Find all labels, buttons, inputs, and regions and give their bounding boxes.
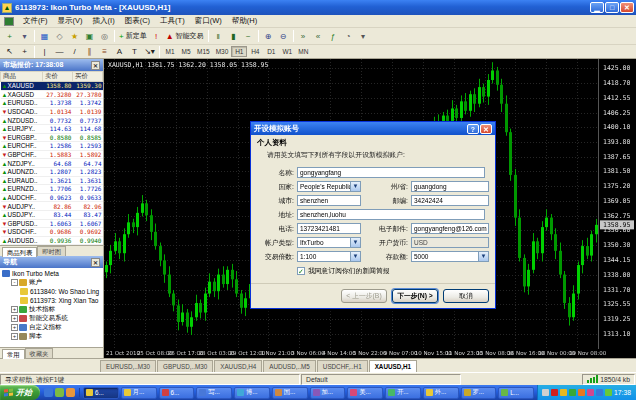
address-field[interactable]: shenzhen,luohu bbox=[297, 209, 485, 220]
arrows-icon[interactable]: ↘▾ bbox=[142, 45, 157, 59]
navigator-close-icon[interactable]: ✕ bbox=[91, 258, 100, 267]
timeframe-h4-button[interactable]: H4 bbox=[247, 46, 263, 57]
ie-icon[interactable] bbox=[44, 388, 53, 397]
status-profile[interactable]: Default bbox=[301, 374, 461, 385]
title-bar[interactable]: ▲ 6113973: Ikon Turbo Meta - [XAUUSD,H1]… bbox=[0, 0, 636, 15]
market-watch-row-AUDUSD[interactable]: ▲AUDUSD..0.99360.9940 bbox=[1, 236, 103, 245]
expand-icon[interactable]: + bbox=[11, 333, 18, 340]
cursor-icon[interactable]: ↖ bbox=[2, 45, 17, 59]
email-field[interactable]: gongyangfeng@126.com bbox=[411, 223, 489, 234]
channel-icon[interactable]: ∥ bbox=[82, 45, 97, 59]
periods-icon[interactable]: ◔ bbox=[341, 29, 356, 43]
volume-icon[interactable] bbox=[542, 389, 549, 396]
market-watch-close-icon[interactable]: ✕ bbox=[91, 61, 100, 70]
new-order-button[interactable]: +新定单 bbox=[117, 29, 149, 43]
menu-显示V[interactable]: 显示(V) bbox=[53, 15, 88, 27]
text-icon[interactable]: A bbox=[112, 45, 127, 59]
tree-item[interactable]: +智能交易系统 bbox=[0, 314, 103, 323]
dialog-close-icon[interactable]: ✕ bbox=[480, 124, 492, 134]
chart-tab-AUDUSDM5[interactable]: AUDUSD,..M5 bbox=[263, 360, 316, 372]
task-button[interactable]: 外... bbox=[423, 387, 459, 399]
media-player-icon[interactable] bbox=[66, 388, 75, 397]
market-watch-row-NZDJPY[interactable]: ▲NZDJPY..64.6864.74 bbox=[1, 159, 103, 168]
timeframe-w1-button[interactable]: W1 bbox=[279, 46, 295, 57]
close-button[interactable]: ✕ bbox=[620, 2, 634, 13]
minimize-button[interactable]: ▁ bbox=[590, 2, 604, 13]
market-watch-header[interactable]: 市场报价: 17:38:08 ✕ bbox=[0, 59, 103, 71]
country-dropdown-icon[interactable]: ▼ bbox=[350, 181, 361, 192]
qq-icon[interactable] bbox=[560, 389, 567, 396]
indicators-icon[interactable]: ƒ bbox=[326, 29, 341, 43]
deposit-select[interactable]: 5000 ▼ bbox=[411, 251, 489, 262]
security-icon[interactable] bbox=[578, 389, 585, 396]
chart-tab-XAUUSDH4[interactable]: XAUUSD,H4 bbox=[214, 360, 262, 372]
market-watch-row-AUDNZD[interactable]: ▲AUDNZD..1.28071.2823 bbox=[1, 167, 103, 176]
collapse-icon[interactable]: - bbox=[11, 279, 18, 286]
task-button[interactable]: 博... bbox=[234, 387, 270, 399]
timeframe-mn-button[interactable]: MN bbox=[295, 46, 311, 57]
data-window-icon[interactable]: ◇ bbox=[52, 29, 67, 43]
menu-工具T[interactable]: 工具(T) bbox=[155, 15, 190, 27]
expand-icon[interactable]: + bbox=[11, 315, 18, 322]
bar-chart-icon[interactable]: ‖ bbox=[211, 29, 226, 43]
expand-icon[interactable]: + bbox=[11, 306, 18, 313]
cancel-button[interactable]: 取消 bbox=[443, 289, 489, 303]
market-watch-tab[interactable]: 商品列表 bbox=[2, 247, 37, 257]
tree-item[interactable]: 6113840: Wo Shao Ling bbox=[0, 287, 103, 296]
task-button[interactable]: 月... bbox=[121, 387, 157, 399]
leverage-select[interactable]: 1:100 ▼ bbox=[297, 251, 361, 262]
input-method-icon[interactable] bbox=[596, 389, 603, 396]
chart-tab-EURUSDM30[interactable]: EURUSD,..M30 bbox=[100, 360, 156, 372]
line-chart-icon[interactable]: ~ bbox=[241, 29, 256, 43]
market-watch-row-GBPCHF[interactable]: ▼GBPCHF..1.58831.5892 bbox=[1, 150, 103, 159]
ask-column-header[interactable]: 买价 bbox=[72, 72, 102, 82]
timeframe-m30-button[interactable]: M30 bbox=[213, 46, 232, 57]
market-watch-icon[interactable]: ▦ bbox=[37, 29, 52, 43]
market-watch-row-EURJPY[interactable]: ▲EURJPY..114.63114.68 bbox=[1, 124, 103, 133]
tree-item[interactable]: 6113973: Xing Xian Tao bbox=[0, 296, 103, 305]
market-watch-tab[interactable]: 即时图 bbox=[37, 246, 66, 256]
strategy-tester-icon[interactable]: ◎ bbox=[97, 29, 112, 43]
profiles-icon[interactable]: ▾ bbox=[17, 29, 32, 43]
open-demo-account-dialog[interactable]: 开设模拟账号 ? ✕ 个人资料 请用英文填写下列所有字段以开设新模拟账户: 名称… bbox=[250, 121, 496, 309]
zoom-in-icon[interactable]: ⊕ bbox=[261, 29, 276, 43]
terminal-icon[interactable]: ▣ bbox=[82, 29, 97, 43]
timeframe-m5-button[interactable]: M5 bbox=[178, 46, 194, 57]
account-type-select[interactable]: IfxTurbo ▼ bbox=[297, 237, 361, 248]
market-watch-header-row[interactable]: 商品 卖价 买价 bbox=[1, 72, 103, 82]
task-button[interactable]: 6... bbox=[83, 387, 119, 399]
deposit-dropdown-icon[interactable]: ▼ bbox=[478, 251, 489, 262]
menu-窗口W[interactable]: 窗口(W) bbox=[190, 15, 227, 27]
tree-item[interactable]: -账户 bbox=[0, 278, 103, 287]
chart-tab-USDCHFH1[interactable]: USDCHF,..H1 bbox=[317, 360, 368, 372]
candlestick-chart-icon[interactable]: ▮ bbox=[226, 29, 241, 43]
market-watch-row-XAGUSD[interactable]: ▲XAGUSD27.328027.3780 bbox=[1, 90, 103, 99]
market-watch-row-EURAUD[interactable]: ▲EURAUD..1.36211.3631 bbox=[1, 176, 103, 185]
navigator-tab[interactable]: 收藏夹 bbox=[25, 348, 54, 358]
start-button[interactable]: 开始 bbox=[0, 385, 40, 400]
crosshair-icon[interactable]: + bbox=[17, 45, 32, 59]
timeframe-m1-button[interactable]: M1 bbox=[162, 46, 178, 57]
task-button[interactable]: 6... bbox=[159, 387, 195, 399]
tree-item[interactable]: +自定义指标 bbox=[0, 323, 103, 332]
market-watch-row-EURUSD[interactable]: ▲EURUSD..1.37381.3742 bbox=[1, 99, 103, 108]
dialog-help-icon[interactable]: ? bbox=[467, 124, 479, 134]
navigator-tab[interactable]: 常用 bbox=[2, 349, 25, 359]
next-button[interactable]: 下一步(N) > bbox=[392, 289, 438, 303]
market-watch-row-EURGBP[interactable]: ▼EURGBP..0.85800.8585 bbox=[1, 133, 103, 142]
vertical-line-icon[interactable]: | bbox=[37, 45, 52, 59]
templates-icon[interactable]: ▾ bbox=[356, 29, 371, 43]
market-watch-row-GBPUSD[interactable]: ▼GBPUSD..1.60631.6067 bbox=[1, 219, 103, 228]
trendline-icon[interactable]: / bbox=[67, 45, 82, 59]
timeframe-d1-button[interactable]: D1 bbox=[263, 46, 279, 57]
shield-icon[interactable] bbox=[605, 389, 612, 396]
menu-图表C[interactable]: 图表(C) bbox=[120, 15, 155, 27]
text-label-icon[interactable]: T bbox=[127, 45, 142, 59]
market-watch-row-USDCHF[interactable]: ▼USDCHF..0.96860.9692 bbox=[1, 228, 103, 237]
symbol-column-header[interactable]: 商品 bbox=[1, 72, 43, 82]
maximize-button[interactable]: □ bbox=[605, 2, 619, 13]
antivirus-icon[interactable] bbox=[551, 389, 558, 396]
ea-toggle-button[interactable]: ▲智能交易 bbox=[164, 29, 206, 43]
leverage-dropdown-icon[interactable]: ▼ bbox=[350, 251, 361, 262]
country-select[interactable]: People's Republic of China ▼ bbox=[297, 181, 361, 192]
